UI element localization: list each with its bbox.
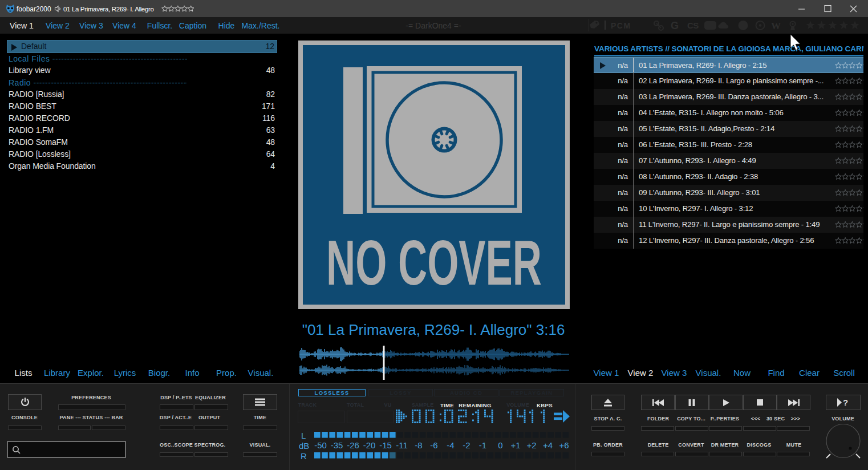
svg-text:W: W — [771, 21, 781, 31]
svg-text:CS: CS — [687, 21, 699, 30]
svg-text:?: ? — [843, 398, 848, 407]
svg-text:G: G — [671, 20, 679, 31]
svg-text:PCM: PCM — [611, 21, 631, 30]
svg-text:NO COVER: NO COVER — [326, 227, 542, 298]
